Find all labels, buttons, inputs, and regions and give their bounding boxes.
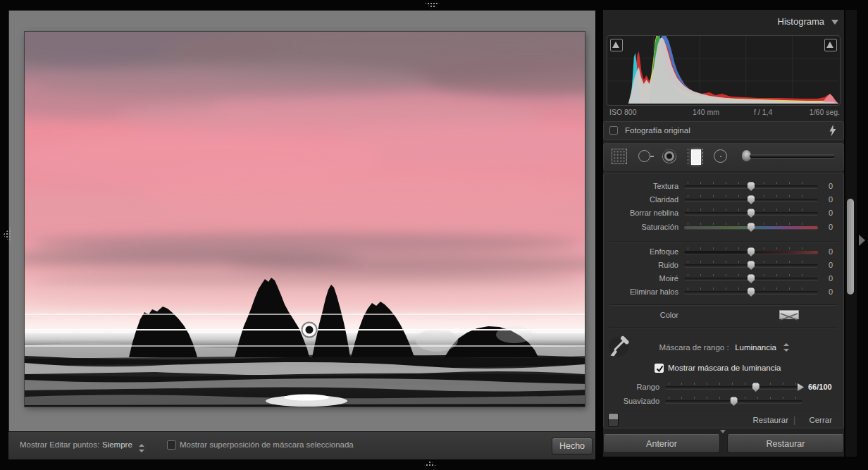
- rango-track[interactable]: [665, 382, 802, 392]
- top-panel-collapse-icon[interactable]: [424, 2, 440, 9]
- bottom-panel-collapse-icon[interactable]: [423, 461, 438, 467]
- slider-thumb[interactable]: [748, 247, 755, 256]
- slider-thumb[interactable]: [748, 223, 755, 232]
- slider-value: 0: [821, 247, 841, 256]
- range-mask-dropdown[interactable]: Luminancia: [735, 343, 776, 352]
- exif-aperture: f / 1,4: [754, 108, 772, 116]
- original-photo-checkbox[interactable]: [609, 126, 618, 135]
- slider-value: 0: [821, 209, 841, 217]
- range-mask-label: Máscara de rango :: [659, 343, 729, 352]
- flash-icon[interactable]: [829, 125, 836, 137]
- slider-track[interactable]: [684, 208, 818, 218]
- show-mask-checkbox[interactable]: [655, 364, 664, 373]
- slider-label: Textura: [604, 182, 678, 190]
- left-panel-collapse-icon[interactable]: [3, 227, 11, 243]
- divider: [609, 241, 838, 242]
- adjustments-panel: Textura 0 Claridad 0 Borrar neblina 0 Sa…: [603, 173, 844, 428]
- slider-thumb[interactable]: [748, 274, 755, 283]
- slider-value: 0: [821, 274, 841, 283]
- histogram-plot: [607, 36, 838, 104]
- tool-strip: [603, 143, 844, 171]
- slider-track[interactable]: [684, 181, 818, 192]
- photo-image: [25, 32, 585, 407]
- range-mask-row: Máscara de rango : Luminancia: [615, 340, 833, 353]
- show-mask-label: Mostrar máscara de luminancia: [668, 364, 781, 372]
- restaurar-button[interactable]: Restaurar: [727, 434, 844, 453]
- crop-icon[interactable]: [612, 149, 627, 164]
- exif-iso: ISO 800: [609, 108, 637, 116]
- divider: [609, 327, 838, 328]
- slider-label: Moiré: [604, 274, 678, 283]
- radial-filter-icon[interactable]: [713, 149, 728, 164]
- photo-canvas[interactable]: [25, 32, 585, 407]
- slider-moire: Moiré 0: [604, 272, 843, 285]
- panel-toggle-switch[interactable]: [608, 413, 619, 427]
- divider: |: [793, 415, 795, 425]
- color-label: Color: [604, 311, 678, 319]
- done-button[interactable]: Hecho: [552, 438, 593, 454]
- slider-eliminar-halos: Eliminar halos 0: [604, 285, 843, 299]
- slider-thumb[interactable]: [748, 182, 755, 191]
- slider-thumb[interactable]: [748, 261, 755, 270]
- rango-end-handle[interactable]: [798, 383, 804, 391]
- slider-label: Claridad: [604, 195, 678, 204]
- slider-track[interactable]: [684, 247, 818, 257]
- slider-label: Saturación: [604, 223, 678, 231]
- suavizado-track[interactable]: [665, 396, 802, 407]
- suavizado-thumb[interactable]: [730, 397, 738, 406]
- bottom-toolbar: Mostrar Editar puntos: Siempre Mostrar s…: [8, 431, 595, 459]
- histogram[interactable]: [607, 35, 841, 106]
- slider-label: Eliminar halos: [604, 287, 678, 296]
- slider-claridad: Claridad 0: [604, 193, 843, 206]
- slider-track[interactable]: [684, 287, 818, 297]
- exif-focal-length: 140 mm: [693, 108, 719, 116]
- spot-removal-icon[interactable]: [638, 149, 654, 164]
- right-panel-collapse-icon[interactable]: [859, 235, 865, 246]
- restaurar-link[interactable]: Restaurar: [753, 416, 789, 424]
- color-swatch-none-icon[interactable]: [779, 310, 799, 319]
- updown-arrows-icon[interactable]: [783, 343, 789, 352]
- slider-value: 0: [821, 195, 841, 204]
- anterior-button[interactable]: Anterior: [603, 434, 720, 453]
- suavizado-slider-row: Suavizado: [604, 395, 843, 408]
- slider-thumb[interactable]: [748, 287, 755, 297]
- right-panel: Histograma ISO 800: [603, 10, 844, 457]
- scrollbar-track[interactable]: [845, 10, 857, 457]
- rango-slider-row: Rango 66/100: [604, 381, 843, 394]
- slider-label: Borrar neblina: [604, 209, 678, 217]
- histogram-collapse-icon[interactable]: [831, 20, 838, 25]
- slider-label: Ruido: [604, 261, 678, 269]
- slider-track[interactable]: [684, 222, 818, 233]
- slider-value: 0: [821, 287, 841, 296]
- graduated-filter-pin[interactable]: [302, 323, 317, 338]
- panel-end-indicator[interactable]: [720, 430, 726, 433]
- histogram-panel-title[interactable]: Histograma: [778, 16, 824, 27]
- overlay-checkbox[interactable]: [167, 440, 176, 450]
- slider-value: 0: [821, 261, 841, 269]
- slider-thumb[interactable]: [748, 209, 755, 218]
- slider-thumb[interactable]: [748, 195, 755, 204]
- slider-track[interactable]: [684, 260, 818, 271]
- slider-track[interactable]: [684, 194, 818, 205]
- exif-shutter: 1/60 seg.: [810, 108, 840, 116]
- slider-textura: Textura 0: [604, 180, 843, 193]
- slider-value: 0: [821, 182, 841, 190]
- divider: [604, 411, 843, 412]
- edit-points-label: Mostrar Editar puntos:: [20, 440, 99, 449]
- original-photo-label: Fotografía original: [625, 126, 690, 135]
- brush-handle: [750, 154, 835, 158]
- rango-thumb[interactable]: [752, 383, 760, 392]
- scrollbar-thumb[interactable]: [847, 199, 854, 295]
- cerrar-link[interactable]: Cerrar: [809, 416, 832, 424]
- slider-borrar-neblina: Borrar neblina 0: [604, 206, 843, 220]
- red-eye-icon[interactable]: [662, 149, 677, 164]
- graduated-filter-icon[interactable]: [688, 149, 703, 164]
- shadow-clipping-icon[interactable]: [610, 39, 623, 51]
- suavizado-label: Suavizado: [604, 397, 659, 405]
- updown-arrows-icon[interactable]: [139, 444, 144, 452]
- rango-label: Rango: [604, 383, 659, 391]
- original-photo-row: Fotografía original: [603, 121, 844, 140]
- slider-track[interactable]: [684, 273, 818, 284]
- edit-points-dropdown[interactable]: Siempre: [102, 440, 132, 449]
- highlight-clipping-icon[interactable]: [824, 39, 837, 51]
